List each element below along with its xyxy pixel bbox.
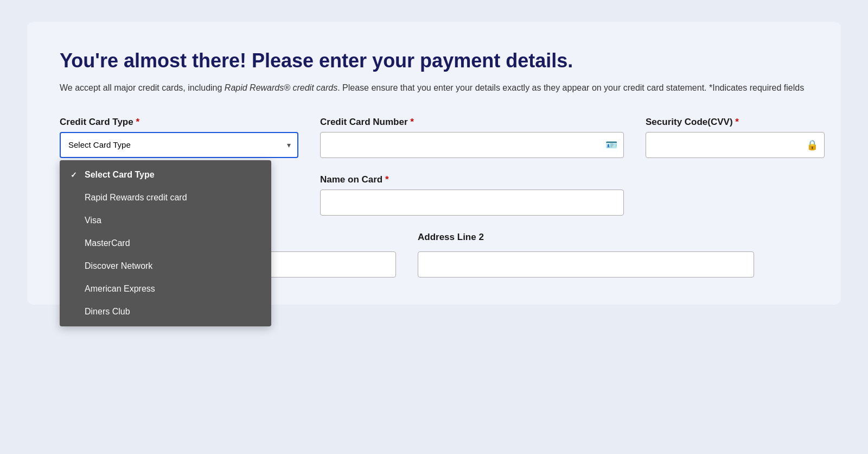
dropdown-item-discover[interactable]: Discover Network <box>60 255 271 278</box>
required-star-card-number: * <box>410 117 414 127</box>
cvv-input-wrapper: 🔒 <box>646 132 825 158</box>
card-number-input[interactable] <box>320 132 624 158</box>
name-group: Name on Card * <box>320 174 624 216</box>
subtitle-start: We accept all major credit cards, includ… <box>60 83 225 92</box>
card-number-input-wrapper: 🪪 <box>320 132 624 158</box>
card-icon: 🪪 <box>605 139 617 151</box>
cvv-label: Security Code(CVV) * <box>646 117 825 128</box>
checkmark-icon: ✓ <box>71 171 79 179</box>
card-number-group: Credit Card Number * 🪪 <box>320 117 624 158</box>
name-label: Name on Card * <box>320 174 624 185</box>
form-row-1: Credit Card Type * Select Card Type Rapi… <box>60 117 808 158</box>
card-type-select[interactable]: Select Card Type Rapid Rewards credit ca… <box>60 132 298 158</box>
card-type-dropdown[interactable]: ✓ Select Card Type Rapid Rewards credit … <box>60 160 271 326</box>
subtitle-italic: Rapid Rewards® credit cards <box>225 83 337 92</box>
card-number-label: Credit Card Number * <box>320 117 624 128</box>
cvv-input[interactable] <box>646 132 825 158</box>
subtitle-end: . Please ensure that you enter your deta… <box>337 83 804 92</box>
dropdown-item-label: MasterCard <box>85 238 130 248</box>
dropdown-item-label: Visa <box>85 216 101 225</box>
dropdown-item-label: American Express <box>85 284 155 294</box>
dropdown-item-diners[interactable]: Diners Club <box>60 300 271 323</box>
page-subtitle: We accept all major credit cards, includ… <box>60 81 808 95</box>
dropdown-item-visa[interactable]: Visa <box>60 209 271 232</box>
required-star-name: * <box>385 174 389 185</box>
payment-form-container: You're almost there! Please enter your p… <box>27 22 841 305</box>
dropdown-item-mastercard[interactable]: MasterCard <box>60 232 271 255</box>
dropdown-item-select[interactable]: ✓ Select Card Type <box>60 163 271 186</box>
card-type-select-wrapper[interactable]: Select Card Type Rapid Rewards credit ca… <box>60 132 298 158</box>
dropdown-item-label: Select Card Type <box>85 170 155 180</box>
address2-input[interactable] <box>418 251 754 278</box>
required-star-cvv: * <box>735 117 739 127</box>
address2-label: Address Line 2 <box>418 232 754 243</box>
required-star-card-type: * <box>136 117 139 127</box>
dropdown-item-label: Diners Club <box>85 307 130 317</box>
card-type-label: Credit Card Type * <box>60 117 298 128</box>
card-type-group: Credit Card Type * Select Card Type Rapi… <box>60 117 298 158</box>
dropdown-item-rapid[interactable]: Rapid Rewards credit card <box>60 186 271 209</box>
dropdown-item-label: Rapid Rewards credit card <box>85 193 187 203</box>
name-input[interactable] <box>320 190 624 216</box>
lock-icon: 🔒 <box>806 139 818 151</box>
cvv-group: Security Code(CVV) * 🔒 <box>646 117 825 158</box>
dropdown-item-label: Discover Network <box>85 261 152 271</box>
dropdown-item-amex[interactable]: American Express <box>60 278 271 300</box>
page-title: You're almost there! Please enter your p… <box>60 49 808 72</box>
address2-group: Address Line 2 <box>418 232 754 278</box>
